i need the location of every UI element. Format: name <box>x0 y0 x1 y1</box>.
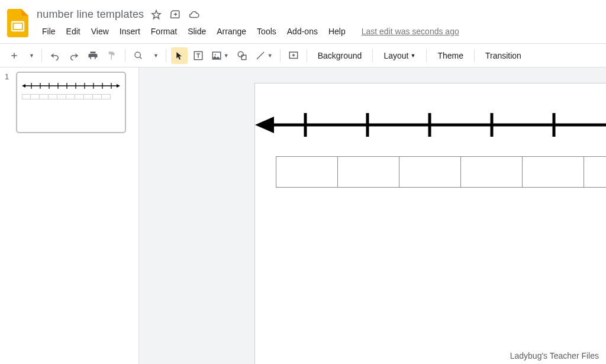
line-tool[interactable]: ▼ <box>253 47 275 64</box>
menu-help[interactable]: Help <box>323 24 351 38</box>
zoom-button[interactable] <box>130 47 147 64</box>
comment-button[interactable] <box>285 47 302 64</box>
zoom-dropdown[interactable]: ▼ <box>149 47 161 64</box>
print-button[interactable] <box>85 47 101 64</box>
cloud-icon[interactable] <box>189 9 199 20</box>
move-icon[interactable] <box>170 9 180 20</box>
slide-number: 1 <box>5 72 13 133</box>
slide-canvas[interactable] <box>254 83 606 364</box>
number-line[interactable] <box>255 107 606 143</box>
menu-arrange[interactable]: Arrange <box>211 24 252 38</box>
slide-thumbnail-1[interactable] <box>17 72 125 133</box>
doc-title[interactable]: number line templates <box>37 8 144 21</box>
new-slide-dropdown[interactable]: ▼ <box>25 47 37 64</box>
menu-view[interactable]: View <box>86 24 114 38</box>
table-cell[interactable] <box>337 156 399 188</box>
redo-button[interactable] <box>66 47 82 64</box>
menu-format[interactable]: Format <box>146 24 182 38</box>
svg-marker-12 <box>117 84 120 88</box>
svg-point-7 <box>238 51 243 57</box>
canvas-area[interactable] <box>139 67 606 364</box>
menu-edit[interactable]: Edit <box>61 24 86 38</box>
slides-app-icon[interactable] <box>6 8 30 38</box>
transition-button[interactable]: Transition <box>479 47 527 64</box>
svg-point-6 <box>214 54 215 55</box>
textbox-tool[interactable] <box>190 47 207 64</box>
new-slide-button[interactable] <box>6 47 22 64</box>
svg-marker-11 <box>22 84 25 88</box>
undo-button[interactable] <box>47 47 63 64</box>
menu-slide[interactable]: Slide <box>182 24 211 38</box>
svg-marker-24 <box>255 117 274 133</box>
table-cell[interactable] <box>522 156 584 188</box>
table-cell[interactable] <box>276 156 337 188</box>
menu-file[interactable]: File <box>37 24 61 38</box>
menu-insert[interactable]: Insert <box>114 24 146 38</box>
select-tool[interactable] <box>171 47 188 64</box>
layout-button[interactable]: Layout▼ <box>378 47 421 64</box>
menu-addons[interactable]: Add-ons <box>282 24 323 38</box>
menu-tools[interactable]: Tools <box>252 24 282 38</box>
image-tool[interactable]: ▼ <box>209 47 231 64</box>
title-area: number line templates File Edit View Ins… <box>37 5 600 38</box>
background-button[interactable]: Background <box>312 47 368 64</box>
shape-tool[interactable] <box>234 47 250 64</box>
watermark: Ladybug's Teacher Files <box>510 351 599 360</box>
svg-rect-1 <box>14 24 22 29</box>
star-icon[interactable] <box>151 9 162 20</box>
slide-panel[interactable]: 1 <box>0 67 139 364</box>
last-edit-link[interactable]: Last edit was seconds ago <box>362 27 459 36</box>
theme-button[interactable]: Theme <box>431 47 469 64</box>
toolbar: ▼ ▼ ▼ ▼ Background Layout▼ <box>0 44 606 67</box>
table-cell[interactable] <box>399 156 460 188</box>
workspace: 1 <box>0 67 606 364</box>
header: number line templates File Edit View Ins… <box>0 0 606 38</box>
svg-point-3 <box>135 52 140 57</box>
svg-rect-2 <box>91 57 95 59</box>
table-cell[interactable] <box>584 156 606 188</box>
label-table[interactable] <box>276 156 606 188</box>
menu-bar: File Edit View Insert Format Slide Arran… <box>37 21 600 38</box>
svg-rect-8 <box>241 55 246 60</box>
table-cell[interactable] <box>460 156 522 188</box>
paint-format-button[interactable] <box>104 47 120 64</box>
thumb-numberline <box>22 81 120 91</box>
